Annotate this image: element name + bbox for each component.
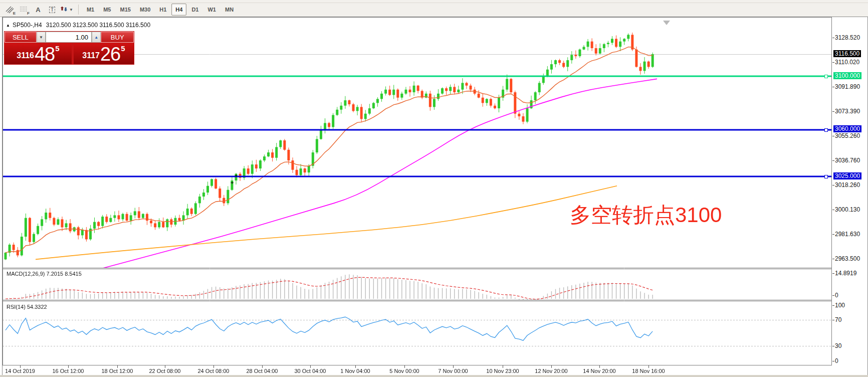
equidistant-channel-icon[interactable]: E <box>3 3 17 16</box>
timeframe-button-w1[interactable]: W1 <box>203 4 220 16</box>
chart-window: ▲ SP500-,H4 3120.500 3123.500 3116.500 3… <box>2 17 868 375</box>
bottom-status-strip <box>0 375 868 377</box>
timeframe-button-d1[interactable]: D1 <box>187 4 202 16</box>
price-axis-label: 3110.020 <box>835 59 859 66</box>
time-axis-label: 10 Nov 23:00 <box>478 368 528 374</box>
price-axis-label: 3116.500 <box>833 50 861 57</box>
price-axis-label: 3073.390 <box>835 108 860 115</box>
timeframe-button-m5[interactable]: M5 <box>99 4 115 16</box>
price-axis[interactable]: 3128.5203116.5003110.0203100.0003091.890… <box>832 17 867 374</box>
price-axis-label: 3025.000 <box>833 172 861 179</box>
rsi-axis-label: 100 <box>835 302 845 309</box>
text-label-button[interactable]: A <box>31 3 45 16</box>
top-toolbar: E F A T ▼ M1M5M15M30H1H4D1W1MN <box>0 0 868 17</box>
price-axis-label: 3000.130 <box>835 206 860 213</box>
time-axis-label: 12 Nov 20:00 <box>526 368 576 374</box>
chart-canvas[interactable] <box>3 17 832 374</box>
rsi-indicator-label: RSI(14) 54.3322 <box>7 304 47 310</box>
sell-price-box[interactable]: 3116 48 5 <box>5 43 72 64</box>
time-axis-label: 1 Nov 04:00 <box>330 368 380 374</box>
price-axis-label: 2963.500 <box>835 255 860 262</box>
arrows-icon <box>60 6 68 13</box>
ohlc-values: 3120.500 3123.500 3116.500 3116.500 <box>46 22 150 29</box>
volume-input[interactable] <box>46 32 92 43</box>
sell-price-small: 3116 <box>17 48 34 63</box>
chart-shift-marker-icon[interactable] <box>663 21 670 25</box>
timeframe-button-m15[interactable]: M15 <box>116 4 134 16</box>
sell-price-big: 48 <box>35 45 55 63</box>
time-axis-label: 18 Oct 12:00 <box>92 368 142 374</box>
text-box-button[interactable]: T <box>45 3 59 16</box>
time-axis-label: 24 Oct 08:00 <box>188 368 239 374</box>
timeframe-button-m30[interactable]: M30 <box>136 4 154 16</box>
arrow-objects-button[interactable]: ▼ <box>59 3 74 16</box>
plus-marker-icon: + <box>235 173 238 177</box>
buy-price-box[interactable]: 3117 26 5 <box>74 43 134 64</box>
symbol-period-label: SP500-,H4 <box>13 22 42 29</box>
rsi-axis-label: 30 <box>835 342 841 349</box>
time-axis-label: 14 Oct 2019 <box>0 368 45 374</box>
price-axis-label: 3055.260 <box>835 132 860 139</box>
time-axis-label: 28 Oct 04:00 <box>237 368 287 374</box>
chart-header: ▲ SP500-,H4 3120.500 3123.500 3116.500 3… <box>6 22 150 29</box>
timeframe-button-mn[interactable]: MN <box>221 4 238 16</box>
time-axis-label: 22 Oct 08:00 <box>140 368 190 374</box>
macd-indicator-label: MACD(12,26,9) 7.2015 8.5415 <box>7 271 82 277</box>
plus-marker-icon: + <box>231 180 234 184</box>
price-axis-label: 3091.890 <box>835 83 860 90</box>
price-axis-label: 3036.760 <box>835 157 860 164</box>
price-axis-label: 3060.000 <box>833 125 861 132</box>
sell-price-sup: 5 <box>55 45 59 52</box>
dropdown-caret-icon: ▼ <box>69 8 73 12</box>
time-axis-label: 30 Oct 04:00 <box>285 368 335 374</box>
volume-decrease-button[interactable]: ▼ <box>37 32 46 43</box>
time-axis-label: 18 Nov 16:00 <box>623 368 674 374</box>
time-axis-label: 16 Oct 12:00 <box>43 368 93 374</box>
price-axis-label: 3018.260 <box>835 181 860 188</box>
buy-button[interactable]: BUY <box>101 32 134 43</box>
price-axis-label: 2981.630 <box>835 231 860 238</box>
toolbar-separator <box>78 5 79 15</box>
macd-axis-label: 0 <box>835 292 838 299</box>
rsi-axis-label: 0 <box>835 357 838 364</box>
price-axis-label: 3100.000 <box>833 72 861 79</box>
time-axis-label: 14 Nov 20:00 <box>574 368 624 374</box>
collapse-triangle-icon[interactable]: ▲ <box>6 23 10 28</box>
buy-price-big: 26 <box>100 45 120 63</box>
time-axis-label: 5 Nov 00:00 <box>379 368 429 374</box>
macd-axis-label: 14.8919 <box>835 270 856 277</box>
sell-button[interactable]: SELL <box>5 32 37 43</box>
time-axis-label: 7 Nov 00:00 <box>428 368 478 374</box>
timeframe-button-h1[interactable]: H1 <box>155 4 170 16</box>
buy-price-sup: 5 <box>121 45 125 52</box>
volume-increase-button[interactable]: ▲ <box>92 32 101 43</box>
fibonacci-icon[interactable]: F <box>17 3 31 16</box>
price-axis-label: 3128.520 <box>835 34 860 41</box>
buy-price-small: 3117 <box>82 48 100 63</box>
rsi-axis-label: 70 <box>835 316 841 323</box>
one-click-trade-panel: SELL ▼ ▲ BUY 3116 48 5 3117 26 5 <box>4 31 134 65</box>
timeframe-toolbar: M1M5M15M30H1H4D1W1MN <box>82 4 238 16</box>
chart-annotation-text: 多空转折点3100 <box>570 204 722 227</box>
timeframe-button-h4[interactable]: H4 <box>171 4 186 16</box>
timeframe-button-m1[interactable]: M1 <box>83 4 98 16</box>
